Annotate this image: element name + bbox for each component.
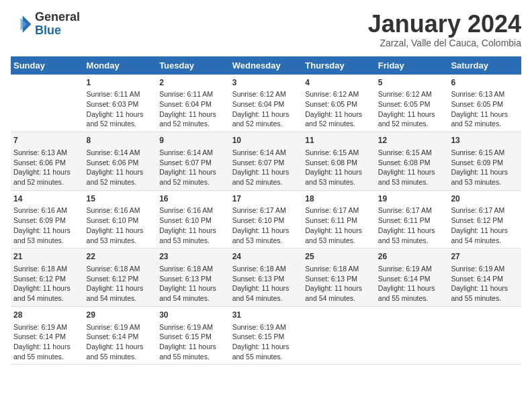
day-info: Sunrise: 6:13 AM Sunset: 6:05 PM Dayligh… (451, 89, 519, 129)
weekday-header-tuesday: Tuesday (157, 56, 230, 75)
calendar-cell: 30Sunrise: 6:19 AM Sunset: 6:15 PM Dayli… (157, 306, 230, 365)
day-info: Sunrise: 6:17 AM Sunset: 6:12 PM Dayligh… (451, 205, 519, 245)
day-info: Sunrise: 6:18 AM Sunset: 6:12 PM Dayligh… (87, 264, 154, 304)
day-number: 4 (305, 77, 373, 89)
calendar-cell: 3Sunrise: 6:12 AM Sunset: 6:04 PM Daylig… (230, 75, 303, 132)
day-number: 16 (159, 193, 227, 205)
calendar-cell: 26Sunrise: 6:19 AM Sunset: 6:14 PM Dayli… (375, 248, 449, 307)
title-block: January 2024 Zarzal, Valle del Cauca, Co… (368, 11, 521, 48)
day-info: Sunrise: 6:18 AM Sunset: 6:13 PM Dayligh… (232, 264, 300, 304)
calendar-cell: 27Sunrise: 6:19 AM Sunset: 6:14 PM Dayli… (448, 248, 521, 307)
calendar-cell: 2Sunrise: 6:11 AM Sunset: 6:04 PM Daylig… (157, 75, 230, 132)
calendar-cell: 22Sunrise: 6:18 AM Sunset: 6:12 PM Dayli… (84, 248, 157, 307)
day-number: 15 (87, 193, 154, 205)
day-number: 20 (451, 193, 519, 205)
day-info: Sunrise: 6:19 AM Sunset: 6:14 PM Dayligh… (451, 264, 519, 304)
calendar-cell: 24Sunrise: 6:18 AM Sunset: 6:13 PM Dayli… (230, 248, 303, 307)
day-number: 8 (87, 135, 154, 146)
calendar-cell: 25Sunrise: 6:18 AM Sunset: 6:13 PM Dayli… (302, 248, 375, 307)
day-info: Sunrise: 6:19 AM Sunset: 6:14 PM Dayligh… (87, 322, 154, 362)
calendar-cell: 4Sunrise: 6:12 AM Sunset: 6:05 PM Daylig… (302, 75, 375, 132)
day-info: Sunrise: 6:19 AM Sunset: 6:14 PM Dayligh… (378, 264, 446, 304)
day-info: Sunrise: 6:19 AM Sunset: 6:15 PM Dayligh… (232, 322, 300, 362)
day-info: Sunrise: 6:19 AM Sunset: 6:15 PM Dayligh… (159, 322, 227, 362)
weekday-header-row: SundayMondayTuesdayWednesdayThursdayFrid… (11, 56, 521, 75)
day-info: Sunrise: 6:16 AM Sunset: 6:09 PM Dayligh… (13, 205, 81, 245)
day-number: 14 (13, 193, 81, 205)
calendar-cell (375, 306, 449, 365)
day-info: Sunrise: 6:12 AM Sunset: 6:05 PM Dayligh… (378, 89, 446, 129)
calendar-cell: 9Sunrise: 6:14 AM Sunset: 6:07 PM Daylig… (157, 132, 230, 191)
day-info: Sunrise: 6:14 AM Sunset: 6:07 PM Dayligh… (232, 148, 300, 187)
logo-blue-text: Blue (35, 24, 61, 37)
day-number: 6 (451, 77, 519, 89)
day-number: 22 (87, 251, 154, 263)
calendar-header: SundayMondayTuesdayWednesdayThursdayFrid… (11, 56, 521, 75)
location-text: Zarzal, Valle del Cauca, Colombia (368, 38, 521, 48)
calendar-cell: 12Sunrise: 6:15 AM Sunset: 6:08 PM Dayli… (375, 132, 449, 191)
day-info: Sunrise: 6:14 AM Sunset: 6:06 PM Dayligh… (87, 148, 154, 187)
calendar-cell: 5Sunrise: 6:12 AM Sunset: 6:05 PM Daylig… (375, 75, 449, 132)
day-number: 10 (232, 135, 300, 146)
calendar-table: SundayMondayTuesdayWednesdayThursdayFrid… (11, 56, 521, 365)
day-info: Sunrise: 6:14 AM Sunset: 6:07 PM Dayligh… (159, 148, 227, 187)
day-number: 18 (305, 193, 373, 205)
calendar-cell: 1Sunrise: 6:11 AM Sunset: 6:03 PM Daylig… (84, 75, 157, 132)
calendar-cell: 8Sunrise: 6:14 AM Sunset: 6:06 PM Daylig… (84, 132, 157, 191)
calendar-cell (302, 306, 375, 365)
calendar-week-row: 28Sunrise: 6:19 AM Sunset: 6:14 PM Dayli… (11, 306, 521, 365)
weekday-header-wednesday: Wednesday (230, 56, 303, 75)
day-number: 1 (87, 77, 154, 89)
day-info: Sunrise: 6:15 AM Sunset: 6:08 PM Dayligh… (305, 148, 373, 187)
calendar-cell: 21Sunrise: 6:18 AM Sunset: 6:12 PM Dayli… (11, 248, 84, 307)
calendar-cell: 23Sunrise: 6:18 AM Sunset: 6:13 PM Dayli… (157, 248, 230, 307)
calendar-cell: 11Sunrise: 6:15 AM Sunset: 6:08 PM Dayli… (302, 132, 375, 191)
day-number: 27 (451, 251, 519, 263)
weekday-header-saturday: Saturday (448, 56, 521, 75)
calendar-week-row: 21Sunrise: 6:18 AM Sunset: 6:12 PM Dayli… (11, 248, 521, 307)
calendar-week-row: 14Sunrise: 6:16 AM Sunset: 6:09 PM Dayli… (11, 190, 521, 248)
calendar-cell: 13Sunrise: 6:15 AM Sunset: 6:09 PM Dayli… (448, 132, 521, 191)
day-info: Sunrise: 6:18 AM Sunset: 6:12 PM Dayligh… (13, 264, 81, 304)
day-number: 13 (451, 135, 519, 146)
day-info: Sunrise: 6:18 AM Sunset: 6:13 PM Dayligh… (159, 264, 227, 304)
day-number: 28 (13, 310, 81, 321)
day-info: Sunrise: 6:13 AM Sunset: 6:06 PM Dayligh… (13, 148, 81, 187)
calendar-cell: 18Sunrise: 6:17 AM Sunset: 6:11 PM Dayli… (302, 190, 375, 248)
day-number: 31 (232, 310, 300, 321)
day-info: Sunrise: 6:12 AM Sunset: 6:05 PM Dayligh… (305, 89, 373, 129)
day-info: Sunrise: 6:19 AM Sunset: 6:14 PM Dayligh… (13, 322, 81, 362)
day-number: 26 (378, 251, 446, 263)
day-info: Sunrise: 6:17 AM Sunset: 6:11 PM Dayligh… (378, 205, 446, 245)
calendar-cell: 20Sunrise: 6:17 AM Sunset: 6:12 PM Dayli… (448, 190, 521, 248)
day-info: Sunrise: 6:11 AM Sunset: 6:03 PM Dayligh… (87, 89, 154, 129)
calendar-cell: 28Sunrise: 6:19 AM Sunset: 6:14 PM Dayli… (11, 306, 84, 365)
day-number: 11 (305, 135, 373, 146)
calendar-cell: 19Sunrise: 6:17 AM Sunset: 6:11 PM Dayli… (375, 190, 449, 248)
calendar-cell: 17Sunrise: 6:17 AM Sunset: 6:10 PM Dayli… (230, 190, 303, 248)
month-title: January 2024 (368, 11, 521, 38)
weekday-header-monday: Monday (84, 56, 157, 75)
calendar-cell: 15Sunrise: 6:16 AM Sunset: 6:10 PM Dayli… (84, 190, 157, 248)
day-info: Sunrise: 6:16 AM Sunset: 6:10 PM Dayligh… (87, 205, 154, 245)
day-number: 29 (87, 310, 154, 321)
day-number: 30 (159, 310, 227, 321)
calendar-cell: 31Sunrise: 6:19 AM Sunset: 6:15 PM Dayli… (230, 306, 303, 365)
day-number: 5 (378, 77, 446, 89)
weekday-header-sunday: Sunday (11, 56, 84, 75)
day-info: Sunrise: 6:16 AM Sunset: 6:10 PM Dayligh… (159, 205, 227, 245)
day-number: 25 (305, 251, 373, 263)
calendar-cell: 29Sunrise: 6:19 AM Sunset: 6:14 PM Dayli… (84, 306, 157, 365)
weekday-header-friday: Friday (375, 56, 449, 75)
day-number: 17 (232, 193, 300, 205)
page-header: General Blue January 2024 Zarzal, Valle … (11, 11, 521, 48)
calendar-week-row: 7Sunrise: 6:13 AM Sunset: 6:06 PM Daylig… (11, 132, 521, 191)
logo-icon (11, 13, 32, 35)
day-number: 2 (159, 77, 227, 89)
day-number: 7 (13, 135, 81, 146)
calendar-week-row: 1Sunrise: 6:11 AM Sunset: 6:03 PM Daylig… (11, 75, 521, 132)
day-number: 19 (378, 193, 446, 205)
calendar-cell: 14Sunrise: 6:16 AM Sunset: 6:09 PM Dayli… (11, 190, 84, 248)
day-info: Sunrise: 6:15 AM Sunset: 6:09 PM Dayligh… (451, 148, 519, 187)
day-info: Sunrise: 6:18 AM Sunset: 6:13 PM Dayligh… (305, 264, 373, 304)
